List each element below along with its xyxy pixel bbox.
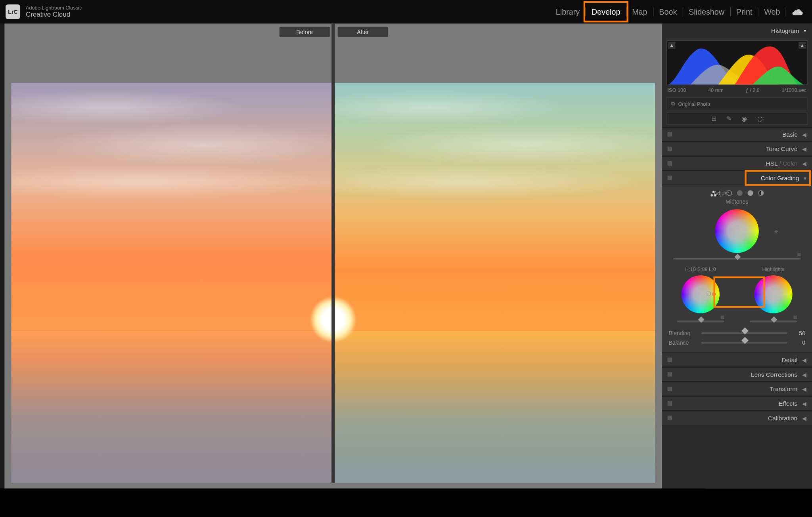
adjust-3way-icon[interactable] <box>710 190 716 196</box>
crop-tool-icon[interactable]: ⊞ <box>711 115 716 122</box>
histogram-header-label: Histogram <box>771 27 799 34</box>
nav-book[interactable]: Book <box>653 5 682 19</box>
midtones-wheel-wrap: ⌖ <box>668 209 805 253</box>
top-bar: LrC Adobe Lightroom Classic Creative Clo… <box>0 0 812 23</box>
module-nav: Library Develop Map Book Slideshow Print… <box>550 5 806 19</box>
cloud-sync-icon[interactable] <box>792 8 803 16</box>
divider <box>721 190 721 196</box>
accordion-hsl-color[interactable]: HSL / Color ◀ <box>662 156 812 171</box>
adjust-global-icon[interactable] <box>758 190 764 196</box>
chevron-left-icon: ◀ <box>802 415 806 421</box>
shadows-luminance-slider[interactable] <box>677 319 724 323</box>
shadows-color-wheel[interactable] <box>682 275 720 313</box>
app-subtitle: Adobe Lightroom Classic <box>26 5 82 11</box>
accordion-lens-corrections[interactable]: Lens Corrections ◀ <box>662 367 812 382</box>
midtones-label: Midtones <box>668 198 805 205</box>
accordion-calibration[interactable]: Calibration ◀ <box>662 411 812 425</box>
midtones-wheel-handle[interactable] <box>734 228 740 234</box>
nav-slideshow[interactable]: Slideshow <box>683 5 730 19</box>
app-root: LrC Adobe Lightroom Classic Creative Clo… <box>0 0 812 488</box>
mask-tool-icon[interactable]: ◌ <box>757 115 763 122</box>
balance-slider[interactable]: Balance 0 <box>668 340 805 346</box>
compare-divider[interactable] <box>331 83 335 483</box>
local-tools-strip: ⊞ ✎ ◉ ◌ <box>666 113 808 125</box>
nav-develop-label: Develop <box>592 7 620 16</box>
chevron-left-icon: ◀ <box>802 371 806 378</box>
left-rail-collapsed[interactable] <box>0 23 4 488</box>
accordion-detail-label: Detail <box>782 357 798 363</box>
panel-toggle-icon[interactable] <box>668 416 672 420</box>
slider-max-pip <box>721 316 724 319</box>
accordion-calibration-label: Calibration <box>768 415 797 422</box>
compare-image[interactable] <box>11 83 655 483</box>
slider-handle[interactable] <box>741 337 749 344</box>
blending-slider[interactable]: Blending 50 <box>668 330 805 336</box>
shadows-wheel-handle[interactable] <box>706 291 711 296</box>
adjust-midtones-icon[interactable] <box>737 190 743 196</box>
main-area: Before After Histogram <box>0 23 812 488</box>
accordion-detail[interactable]: Detail ◀ <box>662 353 812 367</box>
histogram-header[interactable]: Histogram ▾ <box>662 23 812 38</box>
highlights-wheel-indicator <box>763 299 767 303</box>
chevron-left-icon: ◀ <box>802 131 806 137</box>
panel-toggle-icon[interactable] <box>668 401 672 406</box>
shadows-highlights-row: H:10 S:89 L:0 Highlights <box>668 266 805 323</box>
nav-web[interactable]: Web <box>758 5 786 19</box>
slider-handle[interactable] <box>741 327 749 334</box>
chevron-left-icon: ◀ <box>802 160 806 167</box>
shadows-column: H:10 S:89 L:0 <box>668 266 732 323</box>
meta-focal: 40 mm <box>708 87 724 93</box>
panel-toggle-icon[interactable] <box>668 161 672 166</box>
blending-label: Blending <box>668 330 697 336</box>
accordion-transform[interactable]: Transform ◀ <box>662 382 812 396</box>
eyedropper-icon[interactable]: ⌖ <box>774 228 778 236</box>
chevron-left-icon: ◀ <box>802 386 806 392</box>
accordion-color-grading-label: Color Grading <box>761 175 799 181</box>
highlights-color-wheel[interactable] <box>755 275 793 313</box>
before-badge: Before <box>280 27 330 37</box>
highlights-wheel-handle[interactable] <box>766 294 771 299</box>
nav-develop[interactable]: Develop <box>586 5 626 19</box>
accordion-effects-label: Effects <box>779 400 797 407</box>
chevron-left-icon: ◀ <box>802 146 806 152</box>
compare-divider-top <box>331 23 335 83</box>
accordion-color-grading[interactable]: Color Grading ▾ <box>662 171 812 185</box>
original-photo-row[interactable]: ⧉ Original Photo <box>666 97 808 110</box>
histogram[interactable]: ▲ ▲ <box>666 40 808 85</box>
nav-library[interactable]: Library <box>550 5 586 19</box>
panel-toggle-icon[interactable] <box>668 372 672 376</box>
panel-toggle-icon[interactable] <box>668 358 672 362</box>
redeye-tool-icon[interactable]: ◉ <box>741 115 747 122</box>
heal-tool-icon[interactable]: ✎ <box>726 115 732 122</box>
shadows-wheel-indicator <box>712 292 716 296</box>
highlights-luminance-slider[interactable] <box>750 319 797 323</box>
compare-icon: ⧉ <box>671 101 674 107</box>
app-logo: LrC <box>6 4 20 19</box>
panel-toggle-icon[interactable] <box>668 132 672 136</box>
blending-value: 50 <box>792 330 805 336</box>
panel-toggle-icon[interactable] <box>668 176 672 180</box>
midtones-color-wheel[interactable] <box>715 209 759 253</box>
midtones-luminance-slider[interactable] <box>673 256 801 261</box>
accordion-effects[interactable]: Effects ◀ <box>662 396 812 411</box>
accordion-tone-curve[interactable]: Tone Curve ◀ <box>662 141 812 156</box>
after-badge: After <box>338 27 388 37</box>
meta-iso: ISO 100 <box>668 87 686 93</box>
slider-max-pip <box>797 253 801 256</box>
highlights-label: Highlights <box>762 266 785 272</box>
nav-map[interactable]: Map <box>626 5 653 19</box>
nav-divider <box>786 7 786 16</box>
chevron-left-icon: ◀ <box>802 357 806 363</box>
before-image <box>11 83 333 483</box>
original-photo-label: Original Photo <box>678 101 710 107</box>
adjust-mode-row: Adjust : <box>668 190 805 196</box>
panel-toggle-icon[interactable] <box>668 387 672 391</box>
chevron-left-icon: ◀ <box>802 401 806 407</box>
panel-toggle-icon[interactable] <box>668 147 672 151</box>
accordion-basic[interactable]: Basic ◀ <box>662 127 812 142</box>
nav-print[interactable]: Print <box>731 5 758 19</box>
adjust-shadows-icon[interactable] <box>726 190 732 196</box>
accordion-transform-label: Transform <box>770 385 797 392</box>
accordion-lens-label: Lens Corrections <box>751 371 797 378</box>
adjust-highlights-icon[interactable] <box>748 190 753 196</box>
